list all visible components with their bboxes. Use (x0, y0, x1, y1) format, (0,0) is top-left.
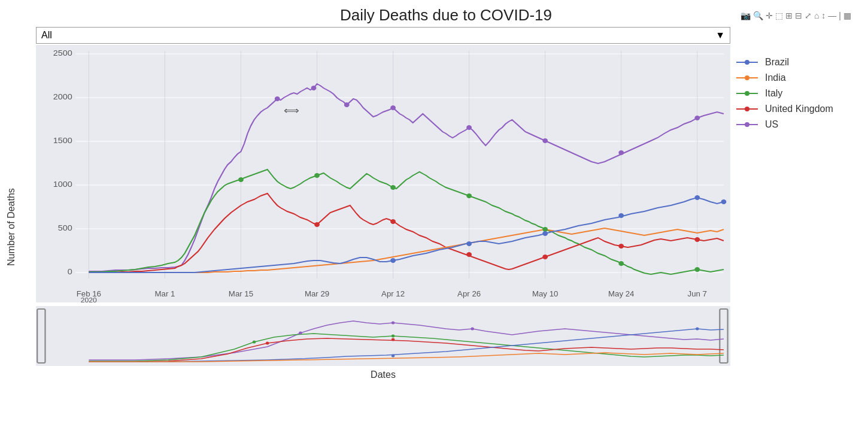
svg-point-53 (466, 241, 472, 246)
italy-legend-line (736, 90, 760, 96)
country-dropdown[interactable]: All ▼ (36, 27, 730, 44)
svg-point-71 (745, 60, 749, 65)
svg-text:Mar 15: Mar 15 (229, 290, 253, 298)
us-legend-line (736, 122, 760, 128)
svg-point-38 (694, 116, 700, 120)
svg-point-33 (344, 102, 350, 107)
legend-item-us: US (736, 119, 856, 130)
svg-point-57 (721, 199, 727, 204)
us-legend-label: US (765, 119, 778, 130)
svg-point-63 (471, 328, 474, 331)
svg-text:Apr 12: Apr 12 (381, 290, 405, 298)
svg-point-62 (391, 322, 395, 325)
svg-text:Mar 29: Mar 29 (305, 290, 329, 298)
italy-legend-label: Italy (765, 88, 782, 99)
chart-toolbar[interactable]: 📷 🔍 ✛ ⬚ ⊞ ⊟ ⤢ ⌂ ↕ — | ▦ (740, 11, 851, 20)
svg-text:1000: 1000 (53, 180, 72, 189)
toolbar-autoscale[interactable]: ⤢ (805, 11, 812, 20)
us-peak-dot (275, 96, 280, 101)
svg-point-34 (390, 105, 396, 110)
svg-point-52 (390, 258, 396, 263)
svg-point-39 (238, 177, 244, 182)
svg-rect-0 (36, 45, 730, 302)
uk-legend-label: United Kingdom (765, 104, 833, 114)
svg-text:500: 500 (58, 224, 72, 232)
svg-point-40 (314, 173, 320, 178)
dropdown-arrow: ▼ (715, 30, 725, 41)
svg-point-49 (542, 255, 548, 259)
toolbar-zoom[interactable]: 🔍 (753, 11, 763, 20)
main-chart[interactable]: 0 500 1000 1500 2000 2500 Feb 16 2020 Ma… (36, 45, 730, 302)
svg-point-48 (466, 252, 472, 257)
svg-point-51 (694, 237, 700, 242)
svg-text:Apr 26: Apr 26 (457, 290, 481, 298)
svg-point-32 (311, 86, 317, 90)
svg-point-54 (542, 231, 548, 236)
svg-point-67 (391, 338, 395, 341)
toolbar-spikes[interactable]: ↕ (821, 11, 825, 20)
brazil-legend-label: Brazil (765, 57, 789, 68)
chart-legend: Brazil India Italy (730, 27, 862, 427)
svg-point-56 (694, 195, 700, 200)
svg-text:Jun 7: Jun 7 (688, 290, 707, 298)
svg-point-69 (696, 328, 699, 331)
uk-legend-line (736, 106, 760, 112)
svg-point-44 (618, 261, 624, 266)
svg-point-75 (745, 91, 749, 96)
svg-text:May 10: May 10 (532, 290, 558, 298)
chart-title: Daily Deaths due to COVID-19 (30, 6, 862, 25)
cursor-icon: ⟺ (284, 105, 299, 116)
toolbar-sep: | (839, 11, 841, 20)
svg-point-36 (542, 138, 548, 143)
svg-point-68 (391, 355, 395, 358)
toolbar-camera[interactable]: 📷 (740, 11, 751, 20)
svg-text:2020: 2020 (81, 297, 97, 302)
svg-text:1500: 1500 (53, 137, 72, 145)
svg-point-43 (542, 227, 548, 232)
svg-point-77 (745, 107, 749, 111)
svg-point-35 (466, 125, 472, 130)
svg-point-55 (618, 213, 624, 218)
svg-point-37 (618, 150, 624, 155)
svg-text:May 24: May 24 (608, 290, 634, 298)
svg-point-64 (253, 341, 256, 344)
legend-item-brazil: Brazil (736, 57, 856, 68)
toolbar-zoom-in[interactable]: ⊞ (785, 11, 793, 20)
svg-point-66 (266, 342, 269, 345)
svg-point-65 (391, 335, 395, 338)
toolbar-home[interactable]: ⌂ (814, 11, 819, 20)
india-legend-line (736, 75, 760, 81)
svg-rect-58 (36, 306, 730, 366)
svg-text:2500: 2500 (53, 49, 72, 57)
svg-text:Mar 1: Mar 1 (155, 290, 175, 298)
dropdown-value: All (41, 30, 52, 41)
svg-point-73 (745, 75, 749, 80)
svg-point-79 (745, 122, 749, 127)
legend-item-india: India (736, 72, 856, 83)
svg-point-50 (618, 244, 624, 249)
svg-point-47 (390, 219, 396, 224)
toolbar-crosshair[interactable]: ✛ (766, 11, 773, 20)
brazil-legend-line (736, 59, 760, 65)
india-legend-label: India (765, 72, 786, 83)
svg-point-41 (390, 185, 396, 190)
toolbar-lasso[interactable]: ⬚ (775, 11, 783, 20)
svg-point-61 (299, 332, 302, 335)
svg-text:2000: 2000 (53, 93, 72, 101)
toolbar-grid[interactable]: ▦ (843, 11, 851, 20)
svg-point-46 (314, 222, 320, 227)
toolbar-zoom-out[interactable]: ⊟ (795, 11, 802, 20)
toolbar-hspikes[interactable]: — (828, 11, 836, 20)
svg-point-45 (694, 267, 700, 272)
svg-point-42 (466, 193, 472, 198)
svg-text:0: 0 (68, 268, 72, 276)
x-axis-label: Dates (36, 370, 730, 380)
mini-chart[interactable] (36, 306, 730, 366)
legend-item-uk: United Kingdom (736, 104, 856, 114)
y-axis-label: Number of Deaths (6, 27, 36, 427)
legend-item-italy: Italy (736, 88, 856, 99)
